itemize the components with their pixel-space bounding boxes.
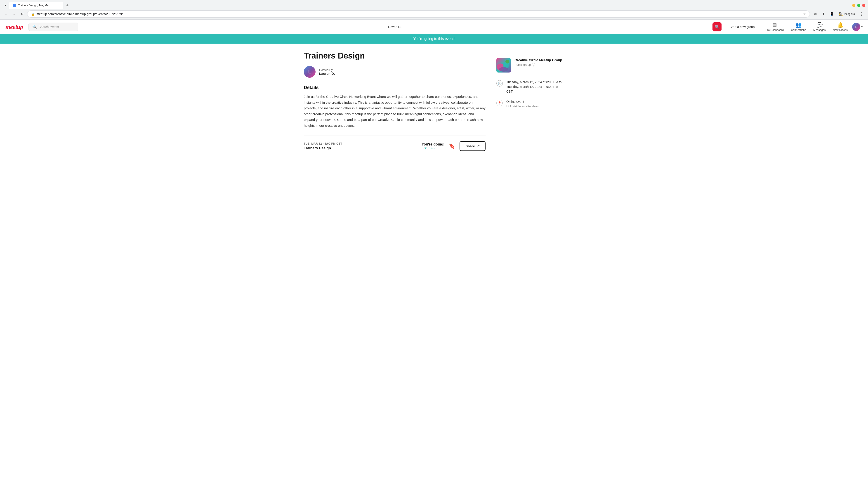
info-icon[interactable]: ?	[532, 63, 535, 66]
new-tab-button[interactable]: +	[64, 2, 70, 8]
reload-button[interactable]: ↻	[19, 11, 25, 17]
hosted-by-label: Hosted By	[319, 68, 335, 72]
share-button[interactable]: Share ↗	[460, 141, 486, 151]
group-logo[interactable]	[496, 58, 511, 72]
main-nav: ▤ Pro Dashboard 👥 Connections 💬 Messages…	[763, 21, 863, 33]
avatar-chevron-icon: ▾	[861, 25, 863, 29]
download-button[interactable]: ⬇	[820, 10, 827, 18]
location-icon: 📍	[496, 100, 503, 106]
sidebar-date-label: Tuesday, March 12, 2024 at 8:00 PM to Tu…	[506, 80, 561, 93]
user-avatar-wrapper[interactable]: L ▾	[852, 23, 863, 31]
sidebar-location-text: Online event Link visible for attendees	[506, 99, 539, 108]
search-bar[interactable]: 🔍 Search events	[29, 23, 78, 31]
url-text: meetup.com/creative-circle-meetup-group/…	[36, 12, 801, 16]
browser-titlebar: ▼ ↻ Trainers Design, Tue, Mar 12, 2... ✕…	[0, 0, 868, 9]
bookmark-button[interactable]: 🔖	[448, 142, 456, 150]
maximize-button[interactable]: ⊡	[857, 4, 860, 7]
share-label: Share	[465, 144, 475, 148]
minimize-button[interactable]: —	[852, 4, 855, 7]
lock-icon: 🔒	[31, 12, 35, 16]
tab-close-button[interactable]: ✕	[56, 4, 60, 7]
event-date-block: TUE, MAR 12 · 8:00 PM CST Trainers Desig…	[304, 142, 342, 150]
edit-rsvp-link[interactable]: Edit RSVP	[422, 147, 444, 150]
tab-title: Trainers Design, Tue, Mar 12, 2...	[18, 4, 54, 7]
incognito-label: Incognito	[844, 12, 855, 15]
group-type: Public group ?	[515, 63, 562, 66]
nav-pro-dashboard[interactable]: ▤ Pro Dashboard	[763, 21, 786, 33]
browser-toolbar: ← → ↻ 🔒 meetup.com/creative-circle-meetu…	[0, 9, 868, 20]
meetup-header: meetup 🔍 Search events Dover, DE 🔍 Start…	[0, 20, 868, 34]
browser-tab-active[interactable]: ↻ Trainers Design, Tue, Mar 12, 2... ✕	[9, 2, 63, 9]
browser-toolbar-actions: ⧉ ⬇ 📱 🕵 Incognito ⋮	[812, 10, 865, 18]
nav-messages-label: Messages	[813, 29, 826, 32]
host-name: Lauren D.	[319, 72, 335, 75]
meetup-logo[interactable]: meetup	[5, 23, 23, 31]
nav-pro-dashboard-label: Pro Dashboard	[765, 29, 784, 32]
event-actions: You're going! Edit RSVP 🔖 Share ↗	[422, 141, 486, 151]
group-type-label: Public group	[515, 63, 531, 66]
event-details: Details Join us for the Creative Circle …	[304, 85, 486, 128]
browser-tabs: ▼ ↻ Trainers Design, Tue, Mar 12, 2... ✕…	[3, 2, 70, 9]
nav-connections[interactable]: 👥 Connections	[788, 21, 809, 33]
sidebar-date-detail: 🕐 Tuesday, March 12, 2024 at 8:00 PM to …	[496, 80, 564, 94]
announcement-text: You're going to this event!	[413, 37, 455, 41]
event-bottom-bar: TUE, MAR 12 · 8:00 PM CST Trainers Desig…	[304, 135, 486, 151]
event-details-section: Trainers Design L Hosted By Lauren D. De…	[304, 51, 486, 151]
host-info: Hosted By Lauren D.	[319, 68, 335, 75]
search-icon: 🔍	[32, 25, 37, 29]
sidebar-date-text: Tuesday, March 12, 2024 at 8:00 PM to Tu…	[506, 80, 564, 94]
user-avatar: L	[852, 23, 860, 31]
tab-favicon: ↻	[13, 4, 16, 7]
sidebar-location-label: Online event	[506, 99, 539, 104]
clock-icon: 🕐	[496, 80, 503, 87]
share-icon: ↗	[477, 144, 480, 148]
sidebar-group-info: Creative Circle Meetup Group Public grou…	[496, 58, 564, 72]
group-logo-svg	[496, 58, 511, 72]
search-submit-button[interactable]: 🔍	[712, 22, 721, 31]
more-options-button[interactable]: ⋮	[858, 10, 865, 18]
tab-nav-button[interactable]: ▼	[3, 3, 8, 8]
event-date-short: TUE, MAR 12 · 8:00 PM CST	[304, 142, 342, 145]
group-name[interactable]: Creative Circle Meetup Group	[515, 58, 562, 62]
star-icon: ☆	[803, 12, 806, 16]
bell-icon: 🔔	[837, 22, 843, 28]
svg-point-2	[499, 67, 508, 72]
event-sidebar: Creative Circle Meetup Group Public grou…	[496, 51, 564, 151]
nav-messages[interactable]: 💬 Messages	[811, 21, 829, 33]
start-group-link[interactable]: Start a new group	[727, 23, 757, 31]
extensions-button[interactable]: ⧉	[812, 10, 819, 18]
browser-chrome: ▼ ↻ Trainers Design, Tue, Mar 12, 2... ✕…	[0, 0, 868, 20]
event-name-bottom: Trainers Design	[304, 146, 342, 150]
nav-notifications-label: Notifications	[833, 29, 848, 32]
group-logo-online-indicator	[505, 60, 509, 64]
search-placeholder: Search events	[39, 25, 59, 29]
hosted-by-section: L Hosted By Lauren D.	[304, 66, 486, 78]
details-text: Join us for the Creative Circle Networki…	[304, 94, 486, 128]
host-avatar: L	[304, 66, 315, 78]
device-toolbar-button[interactable]: 📱	[828, 10, 835, 18]
main-content: Trainers Design L Hosted By Lauren D. De…	[298, 43, 569, 158]
announcement-banner: You're going to this event!	[0, 34, 868, 43]
location-display[interactable]: Dover, DE	[84, 25, 707, 29]
rsvp-status-block: You're going! Edit RSVP	[422, 142, 444, 150]
group-text-info: Creative Circle Meetup Group Public grou…	[515, 58, 562, 66]
incognito-badge: 🕵 Incognito	[836, 11, 857, 17]
forward-button[interactable]: →	[11, 11, 17, 17]
window-controls: — ⊡ ✕	[852, 4, 865, 7]
nav-connections-label: Connections	[791, 29, 806, 32]
nav-notifications[interactable]: 🔔 Notifications	[830, 21, 850, 33]
sidebar-location-detail: 📍 Online event Link visible for attendee…	[496, 99, 564, 108]
close-button[interactable]: ✕	[862, 4, 865, 7]
people-icon: 👥	[796, 22, 802, 28]
address-bar[interactable]: 🔒 meetup.com/creative-circle-meetup-grou…	[27, 10, 810, 18]
back-button[interactable]: ←	[3, 11, 9, 17]
details-heading: Details	[304, 85, 486, 90]
going-label: You're going!	[422, 142, 444, 147]
event-title: Trainers Design	[304, 51, 486, 61]
sidebar-location-sub: Link visible for attendees	[506, 105, 539, 108]
dashboard-icon: ▤	[772, 22, 777, 28]
chat-icon: 💬	[816, 22, 823, 28]
